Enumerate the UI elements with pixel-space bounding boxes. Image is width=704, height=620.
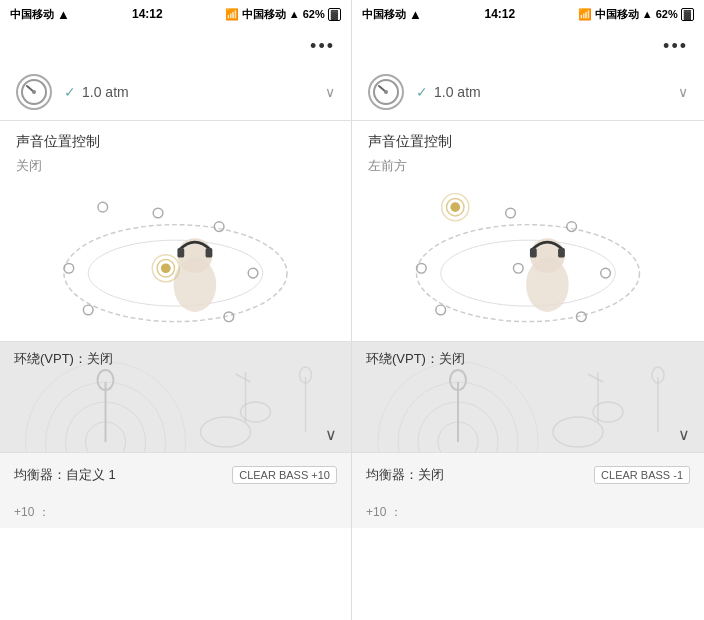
svg-point-27: [416, 225, 639, 322]
panel-right: 中国移动 ▲ 14:12 📶 中国移动 ▲ 62% ▓ •••: [352, 0, 704, 620]
position-dot-top-right[interactable]: [567, 222, 577, 232]
position-svg: [0, 181, 351, 341]
position-dot-top-center[interactable]: [506, 208, 516, 218]
position-diagram[interactable]: [352, 181, 704, 341]
wifi-icon: ▲: [57, 7, 70, 22]
status-left: 中国移动 ▲: [10, 7, 70, 22]
atm-reading: 1.0 atm: [82, 84, 129, 100]
vpt-expand-icon[interactable]: ∨: [678, 425, 690, 444]
svg-point-3: [64, 225, 287, 322]
svg-rect-32: [558, 248, 565, 258]
status-bar: 中国移动 ▲ 14:12 📶 中国移动 ▲ 62% ▓: [352, 0, 704, 28]
svg-line-45: [588, 374, 603, 382]
atm-reading: 1.0 atm: [434, 84, 481, 100]
svg-point-26: [384, 90, 388, 94]
bottom-row: +10 ：: [352, 496, 704, 528]
wifi2-icon: ▲: [289, 8, 300, 20]
svg-point-42: [553, 417, 603, 447]
svg-point-2: [32, 90, 36, 94]
wifi2-icon: ▲: [642, 8, 653, 20]
atm-row: ✓ 1.0 atm ∨: [0, 64, 351, 120]
eq-label: 均衡器：自定义 1: [14, 466, 224, 484]
sound-position-status: 关闭: [0, 155, 351, 181]
check-icon: ✓: [416, 84, 428, 100]
carrier-text: 中国移动: [10, 7, 54, 22]
more-options-icon[interactable]: •••: [310, 36, 335, 57]
position-dot-left[interactable]: [416, 263, 426, 273]
svg-point-18: [201, 417, 251, 447]
position-dot-bottom-left[interactable]: [436, 305, 446, 315]
wifi-icon: ▲: [409, 7, 422, 22]
vpt-label: 环绕(VPT)：关闭: [366, 350, 465, 368]
svg-point-35: [450, 202, 460, 212]
chevron-down-icon[interactable]: ∨: [325, 84, 335, 100]
status-left: 中国移动 ▲: [362, 7, 422, 22]
carrier2-text: 中国移动: [595, 7, 639, 22]
position-svg: [352, 181, 704, 341]
sound-position-title: 声音位置控制: [352, 121, 704, 155]
battery-text: 62%: [303, 8, 325, 20]
sound-position-title: 声音位置控制: [0, 121, 351, 155]
eq-row: 均衡器：关闭 CLEAR BASS -1: [352, 452, 704, 496]
svg-point-11: [161, 263, 171, 273]
position-dot-right[interactable]: [601, 268, 611, 278]
svg-rect-31: [530, 248, 537, 258]
position-dot-bottom-left[interactable]: [83, 305, 93, 315]
signal-icon: 📶: [225, 8, 239, 21]
check-icon: ✓: [64, 84, 76, 100]
vpt-expand-icon[interactable]: ∨: [325, 425, 337, 444]
position-dot-top-left[interactable]: [98, 202, 108, 212]
position-diagram[interactable]: [0, 181, 351, 341]
position-dot-top-center[interactable]: [153, 208, 163, 218]
more-options-icon[interactable]: •••: [663, 36, 688, 57]
battery-text: 62%: [656, 8, 678, 20]
carrier-text: 中国移动: [362, 7, 406, 22]
status-right: 📶 中国移动 ▲ 62% ▓: [578, 7, 694, 22]
chevron-down-icon[interactable]: ∨: [678, 84, 688, 100]
bottom-label: +10 ：: [14, 504, 50, 521]
panel-left: 中国移动 ▲ 14:12 📶 中国移动 ▲ 62% ▓ •••: [0, 0, 352, 620]
atm-value: ✓ 1.0 atm: [416, 84, 481, 100]
svg-rect-8: [206, 248, 213, 258]
position-dot-right[interactable]: [248, 268, 258, 278]
menu-bar: •••: [0, 28, 351, 64]
status-time: 14:12: [484, 7, 515, 21]
eq-row: 均衡器：自定义 1 CLEAR BASS +10: [0, 452, 351, 496]
menu-bar: •••: [352, 28, 704, 64]
status-right: 📶 中国移动 ▲ 62% ▓: [225, 7, 341, 22]
sound-position-status: 左前方: [352, 155, 704, 181]
vpt-section: 环绕(VPT)：关闭 ∨: [352, 342, 704, 452]
svg-point-4: [88, 240, 263, 306]
atm-value: ✓ 1.0 atm: [64, 84, 129, 100]
vpt-section: 环绕(VPT)：关闭 ∨: [0, 342, 351, 452]
status-bar: 中国移动 ▲ 14:12 📶 中国移动 ▲ 62% ▓: [0, 0, 351, 28]
svg-point-28: [441, 240, 616, 306]
position-dot-left[interactable]: [64, 263, 74, 273]
atm-row: ✓ 1.0 atm ∨: [352, 64, 704, 120]
carrier2-text: 中国移动: [242, 7, 286, 22]
svg-rect-7: [177, 248, 184, 258]
battery-icon: ▓: [681, 8, 694, 21]
position-dot-top-right[interactable]: [214, 222, 224, 232]
signal-icon: 📶: [578, 8, 592, 21]
clear-bass-badge[interactable]: CLEAR BASS +10: [232, 466, 337, 484]
gauge-icon: [368, 74, 404, 110]
vpt-label: 环绕(VPT)：关闭: [14, 350, 113, 368]
eq-label: 均衡器：关闭: [366, 466, 586, 484]
bottom-row: +10 ：: [0, 496, 351, 528]
position-dot-center[interactable]: [513, 263, 523, 273]
gauge-icon: [16, 74, 52, 110]
clear-bass-badge[interactable]: CLEAR BASS -1: [594, 466, 690, 484]
bottom-label: +10 ：: [366, 504, 402, 521]
battery-icon: ▓: [328, 8, 341, 21]
status-time: 14:12: [132, 7, 163, 21]
svg-line-21: [236, 374, 251, 382]
